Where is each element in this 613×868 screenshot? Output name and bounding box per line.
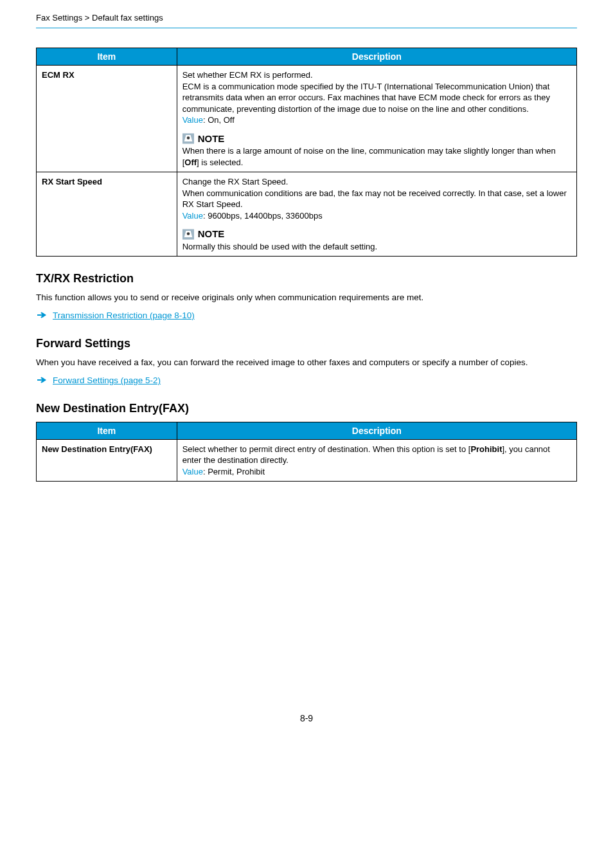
xref-link-forward[interactable]: Forward Settings (page 5-2) <box>53 375 161 385</box>
desc-pre: Select whether to permit direct entry of… <box>182 444 471 454</box>
table-row: ECM RX Set whether ECM RX is performed. … <box>37 66 577 172</box>
note-label: NOTE <box>198 228 225 240</box>
settings-table-2: Item Description New Destination Entry(F… <box>36 422 577 482</box>
arrow-right-icon <box>37 376 46 384</box>
note-text: When there is a large amount of noise on… <box>182 145 571 168</box>
xref-link-transmission[interactable]: Transmission Restriction (page 8-10) <box>53 311 195 320</box>
note-text-bold: Off <box>184 158 197 167</box>
desc-line: Change the RX Start Speed. <box>182 176 571 188</box>
value-label: Value <box>182 115 203 125</box>
value-label: Value <box>182 467 203 476</box>
xref-row: Forward Settings (page 5-2) <box>37 375 577 385</box>
table1-row1-item: RX Start Speed <box>37 172 177 257</box>
note-text-post: ] is selected. <box>197 158 243 167</box>
value-text: : Permit, Prohibit <box>203 467 265 476</box>
desc-line: When communication conditions are bad, t… <box>182 188 571 210</box>
svg-point-1 <box>186 137 190 140</box>
table2-header-item: Item <box>37 422 177 439</box>
breadcrumb: Fax Settings > Default fax settings <box>36 0 577 28</box>
table-row: New Destination Entry(FAX) Select whethe… <box>37 439 577 482</box>
page-number: 8-9 <box>36 713 577 743</box>
note-text: Normally this should be used with the de… <box>182 241 571 253</box>
note-heading: NOTE <box>182 132 571 145</box>
section-body: When you have received a fax, you can fo… <box>36 357 577 369</box>
note-icon <box>182 229 194 240</box>
section-heading-txrx: TX/RX Restriction <box>36 272 577 285</box>
value-text: : 9600bps, 14400bps, 33600bps <box>203 211 323 221</box>
desc-bold: Prohibit <box>470 444 502 454</box>
table1-header-desc: Description <box>177 48 576 66</box>
note-label: NOTE <box>198 132 225 145</box>
note-icon <box>182 133 194 144</box>
xref-row: Transmission Restriction (page 8-10) <box>37 311 577 320</box>
value-line: Value: On, Off <box>182 114 571 126</box>
settings-table-1: Item Description ECM RX Set whether ECM … <box>36 48 577 257</box>
svg-point-3 <box>186 232 190 235</box>
value-text: : On, Off <box>203 115 235 125</box>
section-body: This function allows you to send or rece… <box>36 292 577 304</box>
table1-row0-item: ECM RX <box>37 66 177 172</box>
note-heading: NOTE <box>182 228 571 240</box>
value-line: Value: 9600bps, 14400bps, 33600bps <box>182 210 571 222</box>
table1-header-item: Item <box>37 48 177 66</box>
value-line: Value: Permit, Prohibit <box>182 466 571 478</box>
table2-header-desc: Description <box>177 422 576 439</box>
table-row: RX Start Speed Change the RX Start Speed… <box>37 172 577 257</box>
desc-line: ECM is a communication mode specified by… <box>182 81 571 115</box>
header-divider <box>36 28 577 28</box>
value-label: Value <box>182 211 203 221</box>
table1-row1-desc: Change the RX Start Speed. When communic… <box>177 172 576 257</box>
desc-line: Select whether to permit direct entry of… <box>182 444 571 466</box>
desc-line: Set whether ECM RX is performed. <box>182 69 571 81</box>
section-heading-forward: Forward Settings <box>36 337 577 350</box>
table2-row0-desc: Select whether to permit direct entry of… <box>177 439 576 482</box>
table1-row0-desc: Set whether ECM RX is performed. ECM is … <box>177 66 576 172</box>
section-heading-newdest: New Destination Entry(FAX) <box>36 402 577 415</box>
arrow-right-icon <box>37 311 46 319</box>
table2-row0-item: New Destination Entry(FAX) <box>37 439 177 482</box>
